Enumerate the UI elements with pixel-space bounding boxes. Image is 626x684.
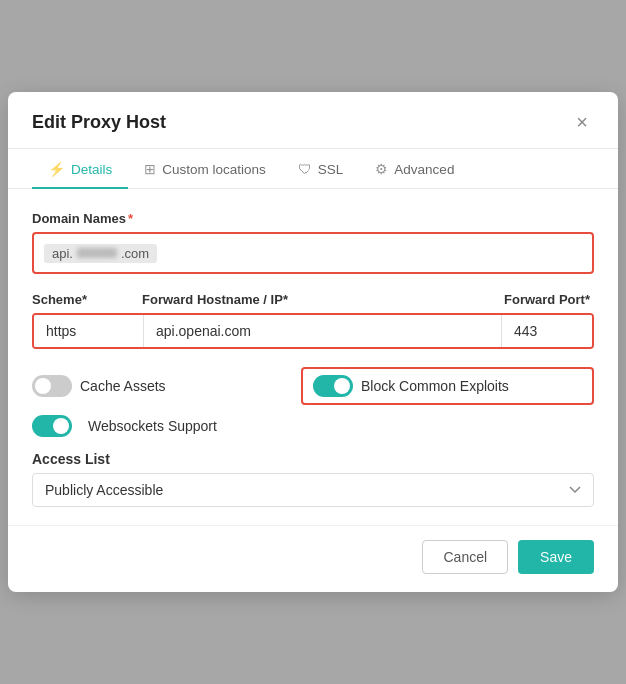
domain-names-field: Domain Names* api..com	[32, 211, 594, 274]
domain-names-label: Domain Names*	[32, 211, 594, 226]
websockets-slider[interactable]	[32, 415, 72, 437]
access-list-section: Access List Publicly Accessible	[32, 451, 594, 507]
gear-icon: ⚙	[375, 161, 388, 177]
block-exploits-label: Block Common Exploits	[361, 378, 509, 394]
domain-input-area[interactable]: api..com	[34, 234, 592, 272]
cache-assets-toggle[interactable]	[32, 375, 72, 397]
scheme-hostname-port-labels: Scheme* Forward Hostname / IP* Forward P…	[32, 292, 594, 307]
hostname-label: Forward Hostname / IP*	[142, 292, 504, 307]
scheme-hostname-port-group	[32, 313, 594, 349]
block-exploits-slider[interactable]	[313, 375, 353, 397]
tab-advanced[interactable]: ⚙ Advanced	[359, 149, 470, 189]
lightning-icon: ⚡	[48, 161, 65, 177]
modal-title: Edit Proxy Host	[32, 112, 166, 133]
cache-assets-label: Cache Assets	[80, 378, 166, 394]
cancel-button[interactable]: Cancel	[422, 540, 508, 574]
scheme-label: Scheme*	[32, 292, 142, 307]
modal-overlay: Edit Proxy Host × ⚡ Details ⊞ Custom loc…	[0, 0, 626, 684]
tab-ssl[interactable]: 🛡 SSL	[282, 149, 360, 189]
required-marker: *	[128, 211, 133, 226]
tab-custom-locations[interactable]: ⊞ Custom locations	[128, 149, 282, 189]
cache-assets-toggle-item: Cache Assets	[32, 375, 301, 397]
tab-details[interactable]: ⚡ Details	[32, 149, 128, 189]
websockets-label: Websockets Support	[88, 418, 217, 434]
domain-input-wrap: api..com	[32, 232, 594, 274]
domain-tag: api..com	[44, 244, 157, 263]
save-button[interactable]: Save	[518, 540, 594, 574]
port-label: Forward Port*	[504, 292, 594, 307]
access-list-select[interactable]: Publicly Accessible	[32, 473, 594, 507]
websockets-row: Websockets Support	[32, 415, 594, 437]
block-exploits-toggle[interactable]	[313, 375, 353, 397]
hostname-input[interactable]	[144, 315, 502, 347]
layers-icon: ⊞	[144, 161, 156, 177]
modal-footer: Cancel Save	[8, 525, 618, 592]
tabs-bar: ⚡ Details ⊞ Custom locations 🛡 SSL ⚙ Adv…	[8, 149, 618, 189]
modal-body: Domain Names* api..com Scheme* Forward H…	[8, 189, 618, 525]
close-button[interactable]: ×	[570, 110, 594, 134]
scheme-hostname-port-row	[32, 313, 594, 349]
modal-header: Edit Proxy Host ×	[8, 92, 618, 149]
shield-icon: 🛡	[298, 161, 312, 177]
cache-block-row: Cache Assets Block Common Exploits	[32, 367, 594, 405]
port-input[interactable]	[502, 315, 592, 347]
edit-proxy-host-modal: Edit Proxy Host × ⚡ Details ⊞ Custom loc…	[8, 92, 618, 592]
websockets-toggle[interactable]	[32, 415, 72, 437]
blurred-domain	[77, 248, 117, 258]
access-list-label: Access List	[32, 451, 594, 467]
cache-assets-slider[interactable]	[32, 375, 72, 397]
scheme-input[interactable]	[34, 315, 144, 347]
block-exploits-toggle-item: Block Common Exploits	[301, 367, 594, 405]
